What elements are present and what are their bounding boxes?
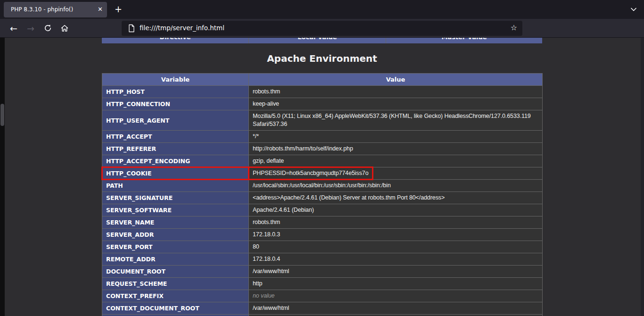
env-table-body: HTTP_HOSTrobots.thmHTTP_CONNECTIONkeep-a… <box>102 86 543 315</box>
table-row: CONTEXT_DOCUMENT_ROOT/var/www/html <box>102 302 543 315</box>
value-cell: /var/www/html <box>249 302 543 315</box>
partial-next-row <box>102 315 543 316</box>
variable-cell: HTTP_HOST <box>102 86 249 98</box>
table-row: HTTP_USER_AGENTMozilla/5.0 (X11; Linux x… <box>102 110 543 131</box>
value-cell: http <box>249 278 543 290</box>
value-cell: Apache/2.4.61 (Debian) <box>249 204 543 216</box>
value-cell: <address>Apache/2.4.61 (Debian) Server a… <box>249 192 543 204</box>
partial-header-directive: Directive <box>102 38 249 43</box>
forward-button[interactable]: → <box>25 22 37 34</box>
variable-cell: HTTP_REFERER <box>102 143 249 155</box>
partial-header-master-value: Master Value <box>386 38 542 43</box>
table-row: SERVER_SIGNATURE<address>Apache/2.4.61 (… <box>102 192 543 204</box>
value-cell: keep-alive <box>249 98 543 110</box>
table-header-row: Variable Value <box>102 74 543 86</box>
url-text[interactable]: file:///tmp/server_info.html <box>140 24 224 32</box>
highlight-box <box>101 166 249 180</box>
table-row: REMOTE_ADDR172.18.0.4 <box>102 253 543 266</box>
table-row: HTTP_ACCEPT*/* <box>102 131 543 143</box>
variable-cell: HTTP_USER_AGENT <box>102 110 249 131</box>
table-row: SERVER_ADDR172.18.0.3 <box>102 229 543 241</box>
variable-cell: SERVER_SIGNATURE <box>102 192 249 204</box>
variable-cell: CONTEXT_DOCUMENT_ROOT <box>102 302 249 315</box>
reload-button[interactable] <box>41 22 54 34</box>
variable-cell: HTTP_ACCEPT <box>102 131 249 143</box>
table-row: REQUEST_SCHEMEhttp <box>102 278 543 290</box>
value-cell: no value <box>249 290 543 302</box>
value-cell: robots.thm <box>249 216 543 229</box>
apache-environment-table: Variable Value HTTP_HOSTrobots.thmHTTP_C… <box>102 73 543 316</box>
tab-close-icon[interactable]: ✕ <box>98 6 103 13</box>
home-button[interactable] <box>58 22 71 34</box>
variable-cell: HTTP_COOKIE <box>102 167 249 180</box>
table-row: SERVER_NAMErobots.thm <box>102 216 543 229</box>
table-row: SERVER_SOFTWAREApache/2.4.61 (Debian) <box>102 204 543 216</box>
variable-cell: SERVER_NAME <box>102 216 249 229</box>
right-scrollbar-track[interactable] <box>641 38 644 316</box>
table-row: DOCUMENT_ROOT/var/www/html <box>102 266 543 278</box>
variable-cell: PATH <box>102 180 249 192</box>
value-cell: Mozilla/5.0 (X11; Linux x86_64) AppleWeb… <box>249 110 543 131</box>
column-header-value: Value <box>249 74 543 86</box>
variable-cell: SERVER_SOFTWARE <box>102 204 249 216</box>
scrollbar-thumb[interactable] <box>0 104 4 126</box>
table-row: HTTP_CONNECTIONkeep-alive <box>102 98 543 110</box>
table-row: HTTP_COOKIEPHPSESSID=hotk5ancbgmqudtp774… <box>102 167 543 180</box>
page-content: Directive Local Value Master Value Apach… <box>0 38 644 316</box>
value-cell: http://robots.thm/harm/to/self/index.php <box>249 143 543 155</box>
variable-cell: REQUEST_SCHEME <box>102 278 249 290</box>
table-row: HTTP_ACCEPT_ENCODINGgzip, deflate <box>102 155 543 167</box>
variable-cell: HTTP_CONNECTION <box>102 98 249 110</box>
bookmark-star-icon[interactable]: ☆ <box>511 23 517 32</box>
list-all-tabs-chevron-icon[interactable] <box>629 5 638 14</box>
navigation-toolbar: ← → file:///tmp/server_info.html ☆ BUR <box>0 19 644 38</box>
back-button[interactable]: ← <box>8 22 20 34</box>
address-bar[interactable]: file:///tmp/server_info.html ☆ <box>122 21 522 36</box>
directive-table-partial-header: Directive Local Value Master Value <box>102 38 542 43</box>
tab-title: PHP 8.3.10 - phpinfo() <box>11 6 73 13</box>
value-cell: gzip, deflate <box>249 155 543 167</box>
table-row: CONTEXT_PREFIXno value <box>102 290 543 302</box>
value-cell: PHPSESSID=hotk5ancbgmqudtp774e5iss7o <box>249 167 543 180</box>
partial-header-local-value: Local Value <box>249 38 386 43</box>
value-cell: robots.thm <box>249 86 543 98</box>
table-row: HTTP_HOSTrobots.thm <box>102 86 543 98</box>
table-row: PATH/usr/local/sbin:/usr/local/bin:/usr/… <box>102 180 543 192</box>
left-scrollbar[interactable] <box>0 38 5 316</box>
column-header-variable: Variable <box>102 74 249 86</box>
highlight-box <box>248 166 373 180</box>
variable-cell: HTTP_ACCEPT_ENCODING <box>102 155 249 167</box>
variable-cell: CONTEXT_PREFIX <box>102 290 249 302</box>
page-title: Apache Environment <box>102 53 542 64</box>
variable-cell: SERVER_ADDR <box>102 229 249 241</box>
tab-bar: PHP 8.3.10 - phpinfo() ✕ + <box>0 0 644 19</box>
table-row: HTTP_REFERERhttp://robots.thm/harm/to/se… <box>102 143 543 155</box>
variable-cell: DOCUMENT_ROOT <box>102 266 249 278</box>
page-document-icon <box>128 24 135 34</box>
value-cell: 172.18.0.4 <box>249 253 543 266</box>
value-cell: 80 <box>249 241 543 253</box>
value-cell: */* <box>249 131 543 143</box>
value-cell: /usr/local/sbin:/usr/local/bin:/usr/sbin… <box>249 180 543 192</box>
value-cell: /var/www/html <box>249 266 543 278</box>
new-tab-button[interactable]: + <box>113 4 124 15</box>
table-row: SERVER_PORT80 <box>102 241 543 253</box>
variable-cell: REMOTE_ADDR <box>102 253 249 266</box>
variable-cell: SERVER_PORT <box>102 241 249 253</box>
value-cell: 172.18.0.3 <box>249 229 543 241</box>
browser-tab[interactable]: PHP 8.3.10 - phpinfo() ✕ <box>4 2 107 17</box>
